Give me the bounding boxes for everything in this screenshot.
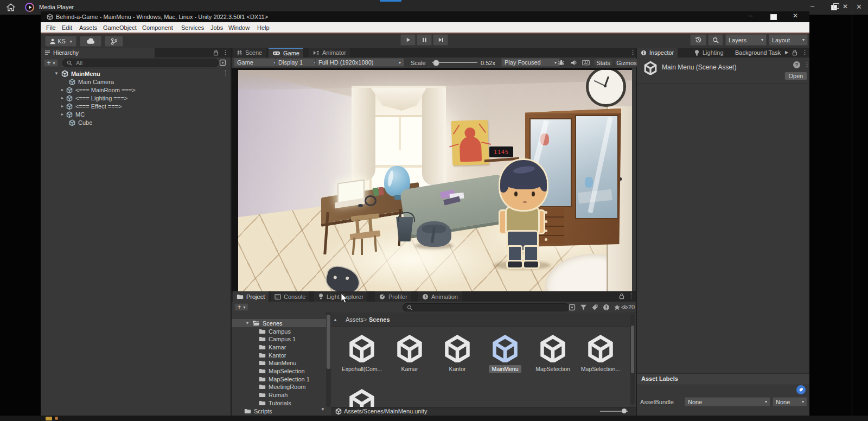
expand-arrow-icon[interactable]: ▼ <box>245 321 250 326</box>
open-button[interactable]: Open <box>784 72 807 80</box>
hierarchy-row[interactable]: Cube <box>69 118 92 126</box>
media-close-button[interactable]: ✕ <box>843 3 848 10</box>
tab-animation[interactable]: Animation <box>418 291 462 302</box>
tab-scene[interactable]: Scene <box>233 48 266 58</box>
hierarchy-row[interactable]: ▸ <=== Lighting ===> <box>61 94 127 102</box>
tree-row[interactable]: Tutorials <box>259 399 291 407</box>
menu-assets[interactable]: Assets <box>79 24 97 31</box>
tab-lighting[interactable]: Lighting <box>690 48 727 58</box>
hierarchy-row-root[interactable]: ▼ MainMenu <box>54 69 100 78</box>
taskbar-folder-icon[interactable] <box>46 417 52 420</box>
asset-item[interactable]: Expohall(Com... <box>339 334 385 377</box>
asset-item-partial[interactable] <box>339 387 385 407</box>
lock-icon[interactable] <box>213 49 219 56</box>
taskbar-app-icon[interactable] <box>55 417 58 420</box>
help-icon[interactable]: ? <box>793 61 800 68</box>
asset-item[interactable]: MapSelection... <box>578 334 623 377</box>
background-tasks-tab-label[interactable]: Background Task <box>735 49 781 56</box>
game-viewport[interactable]: 1145 <box>232 68 632 291</box>
asset-item[interactable]: Kamar <box>387 334 432 377</box>
pause-button[interactable] <box>417 34 432 46</box>
tree-row[interactable]: MeetingRoom <box>259 382 305 391</box>
menu-file[interactable]: File <box>46 24 56 31</box>
version-control-button[interactable] <box>105 36 123 47</box>
layers-dropdown[interactable]: Layers▾ <box>725 34 767 46</box>
breadcrumb-current[interactable]: Scenes <box>369 316 390 323</box>
cloud-button[interactable] <box>80 36 101 47</box>
menu-edit[interactable]: Edit <box>62 24 72 31</box>
layout-dropdown[interactable]: Layout▾ <box>769 34 808 46</box>
asset-labels-header[interactable]: Asset Labels <box>637 373 809 385</box>
scale-slider-handle[interactable] <box>433 60 439 66</box>
hierarchy-row[interactable]: Main Camera <box>69 78 114 86</box>
thumbnail-zoom-handle[interactable] <box>622 409 627 413</box>
menu-services[interactable]: Services <box>181 24 204 31</box>
search-filter-funnel-icon[interactable] <box>580 304 587 311</box>
project-search-input[interactable] <box>415 304 565 311</box>
step-button[interactable] <box>433 34 448 46</box>
tree-row[interactable]: Kantor <box>259 351 286 359</box>
expand-arrow-icon[interactable]: ▸ <box>61 112 63 117</box>
assetbundle-variant-dropdown[interactable]: None▾ <box>773 397 807 406</box>
outer-close-button[interactable]: ✕ <box>856 3 862 11</box>
hierarchy-add-button[interactable]: +▾ <box>44 59 58 67</box>
project-tree-scrollbar-thumb[interactable] <box>327 315 330 369</box>
grid-scroll-up-icon[interactable]: ▲ <box>333 317 337 322</box>
stats-button[interactable]: Stats <box>593 59 613 67</box>
frame-debugger-bug-icon[interactable] <box>558 59 565 66</box>
menu-gameobject[interactable]: GameObject <box>103 24 137 31</box>
search-in-pick-icon[interactable] <box>569 304 576 311</box>
scene-row-menu-icon[interactable]: ⋮ <box>222 70 228 76</box>
account-button[interactable]: KS ▾ <box>45 36 76 47</box>
inspector-header-menu-icon[interactable]: ⋮ <box>804 61 810 67</box>
scene-picker-icon[interactable] <box>219 59 226 66</box>
asset-item[interactable]: MapSelection <box>530 334 576 377</box>
hierarchy-menu-icon[interactable]: ⋮ <box>222 49 228 55</box>
tab-animator[interactable]: Animator <box>309 48 350 58</box>
tab-overflow-arrow-icon[interactable]: ▶ <box>785 50 788 55</box>
hidden-packages-warning-icon[interactable] <box>603 304 610 311</box>
visibility-eye-icon[interactable] <box>621 305 628 310</box>
menu-jobs[interactable]: Jobs <box>210 24 223 31</box>
unity-restore-button[interactable] <box>770 14 777 20</box>
play-button[interactable] <box>400 34 416 46</box>
menu-help[interactable]: Help <box>257 24 270 31</box>
tree-row[interactable]: MapSelection 1 <box>259 375 310 383</box>
media-minimize-button[interactable]: – <box>810 2 814 10</box>
mute-audio-speaker-icon[interactable] <box>570 59 577 66</box>
hierarchy-row[interactable]: ▸ <=== Effect ===> <box>61 102 122 110</box>
tree-scroll-down-icon[interactable]: ▼ <box>321 407 325 412</box>
asset-item[interactable]: Kantor <box>435 334 480 377</box>
expand-arrow-icon[interactable]: ▸ <box>61 87 63 92</box>
project-add-button[interactable]: +▾ <box>234 303 248 311</box>
lock-icon[interactable] <box>619 293 624 299</box>
tree-row[interactable]: Campus 1 <box>259 335 296 343</box>
home-icon[interactable] <box>7 3 15 11</box>
hierarchy-search[interactable] <box>62 59 219 67</box>
menu-component[interactable]: Component <box>142 24 173 31</box>
undo-history-button[interactable] <box>690 34 706 46</box>
label-tag-icon[interactable] <box>591 304 598 311</box>
unity-close-button[interactable]: ✕ <box>793 12 798 20</box>
hierarchy-search-input[interactable] <box>75 59 214 67</box>
view-menu-icon[interactable]: ⋮ <box>630 49 636 55</box>
inspector-menu-icon[interactable]: ⋮ <box>802 49 808 55</box>
tree-row-scenes[interactable]: ▼ Scenes <box>245 319 283 327</box>
tab-game[interactable]: Game <box>269 48 303 58</box>
breadcrumb-root[interactable]: Assets <box>346 316 363 323</box>
global-search-button[interactable] <box>708 34 723 46</box>
assetbundle-dropdown[interactable]: None▾ <box>685 397 770 406</box>
tab-inspector[interactable]: Inspector <box>637 48 678 58</box>
resolution-dropdown[interactable]: Full HD (1920x1080)▾ <box>315 58 404 67</box>
tree-row-scripts[interactable]: Scripts <box>244 407 272 415</box>
favorites-star-icon[interactable] <box>614 304 621 311</box>
tree-row[interactable]: Campus <box>259 327 291 335</box>
game-display-mode-dropdown[interactable]: Game▾ <box>234 58 279 67</box>
hierarchy-row[interactable]: ▸ <=== MainRoom ===> <box>61 86 136 94</box>
play-focused-dropdown[interactable]: Play Focused▾ <box>501 58 560 67</box>
tree-row[interactable]: Rumah <box>259 391 288 399</box>
expand-arrow-icon[interactable]: ▼ <box>54 71 59 76</box>
tree-row[interactable]: Kamar <box>259 343 286 351</box>
tree-row[interactable]: MainMenu <box>259 359 296 367</box>
unity-minimize-button[interactable]: – <box>749 11 752 20</box>
